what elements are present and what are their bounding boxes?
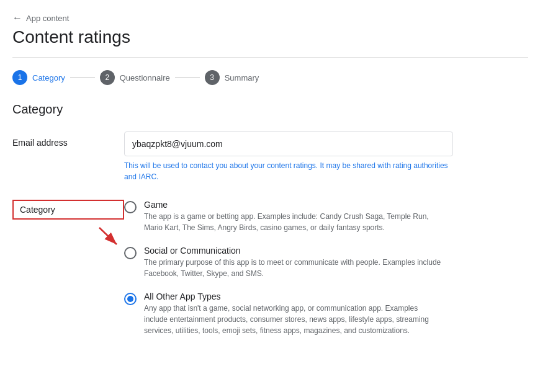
option-social-desc: The primary purpose of this app is to me… (144, 257, 442, 279)
step-2[interactable]: 2 Questionnaire (100, 70, 170, 85)
divider (12, 57, 528, 58)
option-other-desc: Any app that isn't a game, social networ… (144, 303, 442, 336)
radio-game[interactable] (124, 201, 137, 213)
red-arrow-icon (93, 225, 124, 249)
page-title: Content ratings (12, 27, 528, 47)
step-1[interactable]: 1 Category (12, 70, 65, 85)
step-1-label: Category (32, 73, 65, 82)
radio-other[interactable] (124, 293, 137, 305)
stepper: 1 Category 2 Questionnaire 3 Summary (12, 70, 528, 85)
option-social-title: Social or Communication (144, 246, 528, 256)
back-arrow-icon: ← (12, 12, 22, 24)
svg-line-1 (99, 228, 117, 244)
option-game-title: Game (144, 200, 528, 210)
iarc-link[interactable]: IARC. (138, 172, 158, 181)
radio-social[interactable] (124, 247, 137, 259)
back-link[interactable]: ← App content (12, 12, 528, 24)
radio-option-social[interactable]: Social or Communication The primary purp… (124, 246, 528, 279)
category-label: Category (12, 200, 124, 220)
radio-option-other[interactable]: All Other App Types Any app that isn't a… (124, 292, 528, 336)
email-row: Email address This will be used to conta… (12, 131, 528, 182)
radio-inner-other (127, 296, 133, 302)
email-label: Email address (12, 131, 124, 148)
option-game-desc: The app is a game or betting app. Exampl… (144, 211, 442, 233)
radio-option-game[interactable]: Game The app is a game or betting app. E… (124, 200, 528, 233)
category-options: Game The app is a game or betting app. E… (124, 200, 528, 349)
step-3-label: Summary (225, 73, 259, 82)
email-content: This will be used to contact you about y… (124, 131, 528, 182)
email-input[interactable] (124, 131, 453, 156)
step-3[interactable]: 3 Summary (205, 70, 259, 85)
email-hint: This will be used to contact you about y… (124, 160, 453, 182)
category-row: Category Game The app is a game or betti… (12, 200, 528, 349)
step-connector-1-2 (70, 78, 95, 78)
step-1-circle: 1 (12, 70, 27, 85)
step-connector-2-3 (175, 78, 200, 78)
page: ← App content Content ratings 1 Category… (0, 0, 553, 392)
option-other-title: All Other App Types (144, 292, 528, 301)
step-3-circle: 3 (205, 70, 220, 85)
breadcrumb-label: App content (26, 14, 69, 23)
step-2-circle: 2 (100, 70, 115, 85)
step-2-label: Questionnaire (120, 73, 170, 82)
section-title: Category (12, 102, 528, 117)
